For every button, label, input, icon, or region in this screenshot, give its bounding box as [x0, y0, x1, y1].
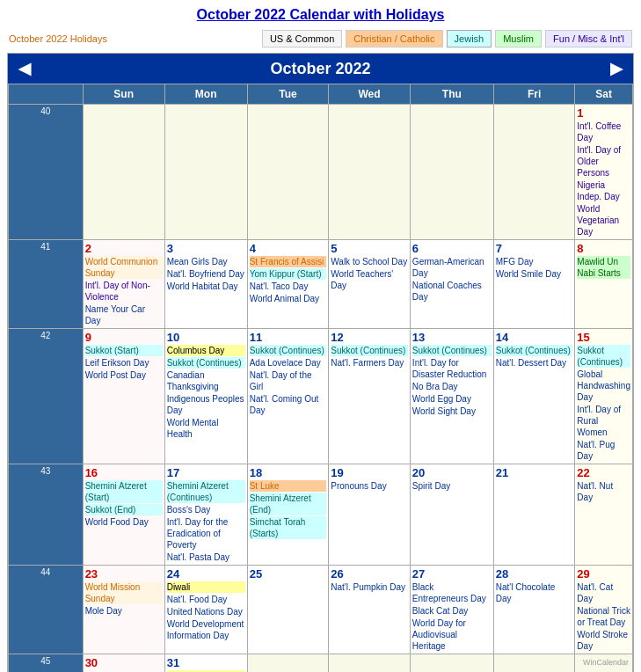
cal-cell-oct2: 2 World Communion Sunday Int'l. Day of N…	[83, 240, 164, 329]
date-number: 11	[250, 331, 327, 344]
prev-month-button[interactable]: ◀	[18, 59, 31, 78]
cal-cell-empty: WinCalendar	[575, 654, 633, 673]
date-number: 27	[412, 567, 492, 581]
day-header-thu: Thu	[410, 84, 493, 105]
date-number: 3	[167, 242, 245, 255]
event: Nat'l. Nut Day	[577, 480, 630, 503]
event: World Mental Health	[167, 417, 245, 440]
event: World Sight Day	[412, 405, 492, 417]
cal-cell-empty	[247, 105, 329, 240]
event: Nat'l. Day of the Girl	[250, 369, 327, 392]
cal-cell-empty	[493, 105, 575, 240]
event: Int'l. Day for Disaster Reduction	[412, 357, 492, 380]
legend-us[interactable]: US & Common	[262, 30, 342, 47]
event: Nat'l. Pasta Day	[167, 551, 245, 563]
date-number: 13	[412, 331, 492, 344]
table-row: 42 9 Sukkot (Start) Leif Erikson Day Wor…	[9, 329, 633, 464]
event: Mawlid Un Nabi Starts	[577, 256, 630, 279]
cal-cell-empty	[329, 105, 411, 240]
event: Shemini Atzeret (End)	[250, 493, 327, 515]
event: Boss's Day	[167, 504, 245, 515]
date-number: 19	[331, 466, 408, 479]
date-number: 17	[167, 466, 245, 479]
event: Global Handwashing Day	[577, 369, 630, 403]
date-number: 1	[577, 106, 630, 120]
legend-christian[interactable]: Christian / Catholic	[346, 30, 442, 47]
date-number: 25	[250, 567, 327, 581]
date-number: 6	[412, 242, 492, 255]
page-title: October 2022 Calendar with Holidays	[0, 0, 641, 26]
cal-cell-oct10: 10 Columbus Day Sukkot (Continues) Canad…	[164, 329, 247, 464]
event: World Smile Day	[496, 268, 573, 280]
event: World Post Day	[85, 369, 163, 381]
event: St Francis of Assisi	[250, 256, 327, 267]
table-row: 43 16 Shemini Atzeret (Start) Sukkot (En…	[9, 464, 633, 566]
cal-cell-oct26: 26 Nat'l. Pumpkin Day	[329, 566, 411, 654]
event: World Development Information Day	[167, 618, 245, 641]
date-number: 28	[496, 567, 573, 581]
week-num-40: 40	[9, 105, 84, 240]
date-number: 18	[250, 466, 327, 479]
event: Ada Lovelace Day	[250, 357, 327, 369]
table-row: 45 30 Nat'l. Candy Corn Day 31 Halloween…	[9, 654, 633, 673]
event: Nat'l. Pug Day	[577, 439, 630, 462]
event: German-American Day	[412, 256, 492, 279]
cal-cell-oct22: 22 Nat'l. Nut Day	[575, 464, 633, 566]
event: Sukkot (Continues)	[577, 345, 630, 368]
event: Nat'l. Pumpkin Day	[331, 581, 408, 593]
next-month-button[interactable]: ▶	[610, 59, 623, 78]
event: World Teachers' Day	[331, 268, 408, 291]
event: Indigenous Peoples Day	[167, 393, 245, 416]
event: Canadian Thanksgiving	[167, 369, 245, 392]
event: Int'l. Day of Rural Women	[577, 404, 630, 438]
date-number: 26	[331, 567, 408, 581]
event: World Habitat Day	[167, 281, 245, 292]
legend-muslim[interactable]: Muslim	[495, 30, 542, 47]
calendar-wrapper: ◀ October 2022 ▶ Sun Mon Tue Wed Thu Fri…	[7, 53, 634, 672]
event: Leif Erikson Day	[85, 357, 163, 369]
cal-cell-oct25: 25	[247, 566, 329, 654]
day-header-sun: Sun	[83, 84, 164, 105]
date-number: 8	[577, 242, 630, 255]
top-bar-label: October 2022 Holidays	[9, 33, 107, 44]
event: Spirit Day	[412, 480, 492, 492]
calendar-grid: Sun Mon Tue Wed Thu Fri Sat 40 1	[8, 84, 633, 672]
legend-jewish[interactable]: Jewish	[447, 30, 492, 47]
date-number: 7	[496, 242, 573, 255]
week-num-41: 41	[9, 240, 84, 329]
event: Sukkot (Start)	[85, 345, 163, 356]
date-number: 4	[250, 242, 327, 255]
week-header	[9, 84, 84, 105]
event: National Coaches Day	[412, 280, 492, 303]
date-number: 12	[331, 331, 408, 344]
cal-cell-oct20: 20 Spirit Day	[410, 464, 493, 566]
event: World Animal Day	[250, 293, 327, 304]
event: MFG Day	[496, 256, 573, 267]
week-num-44: 44	[9, 566, 84, 654]
cal-cell-empty	[410, 105, 493, 240]
date-number: 5	[331, 242, 408, 255]
day-header-sat: Sat	[575, 84, 633, 105]
event: World Day for Audiovisual Heritage	[412, 617, 492, 652]
event: World Food Day	[85, 516, 163, 528]
event: World Vegetarian Day	[577, 203, 630, 237]
legend-fun[interactable]: Fun / Misc & Int'l	[545, 30, 632, 47]
event: Yom Kippur (Start)	[250, 268, 327, 280]
table-row: 44 23 World Mission Sunday Mole Day 24 D…	[9, 566, 633, 654]
event: Black Entrepreneurs Day	[412, 581, 492, 604]
event: Sukkot (Continues)	[250, 345, 327, 356]
event: Sukkot (Continues)	[331, 345, 408, 356]
event: Nat'l. Taco Day	[250, 281, 327, 292]
event: United Nations Day	[167, 606, 245, 617]
calendar-header: ◀ October 2022 ▶	[8, 54, 633, 84]
event: Simchat Torah (Starts)	[250, 516, 327, 539]
event: Nat'l. Coming Out Day	[250, 393, 327, 416]
event: Int'l. Coffee Day	[577, 121, 630, 143]
cal-cell-oct12: 12 Sukkot (Continues) Nat'l. Farmers Day	[329, 329, 411, 464]
date-number: 22	[577, 466, 630, 479]
date-number: 16	[85, 466, 163, 479]
event: Nat'l. Boyfriend Day	[167, 268, 245, 280]
event: Nat'l Chocolate Day	[496, 581, 573, 604]
event: Nigeria Indep. Day	[577, 179, 630, 202]
event: Sukkot (Continues)	[496, 345, 573, 356]
